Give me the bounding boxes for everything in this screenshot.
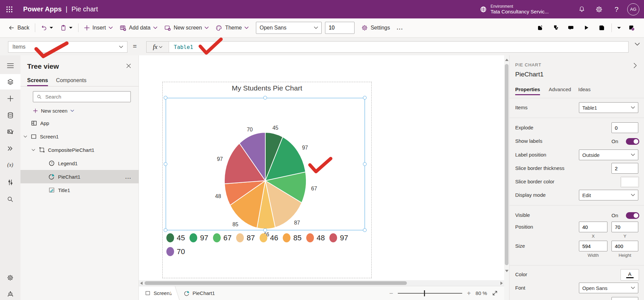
waffle-menu-icon[interactable]	[0, 0, 18, 18]
tab-advanced[interactable]: Advanced	[549, 86, 571, 92]
formula-input[interactable]	[169, 42, 628, 52]
rail-search-icon[interactable]	[0, 191, 20, 207]
rail-power-automate-icon[interactable]	[0, 141, 20, 156]
tree-item-legend1[interactable]: ? Legend1	[20, 157, 139, 170]
new-screen-menu[interactable]: New screen	[161, 21, 212, 35]
rail-settings-icon[interactable]	[0, 270, 20, 285]
undo-menu-chevron[interactable]	[49, 21, 57, 35]
zoom-slider-thumb[interactable]	[424, 290, 425, 296]
item-overflow-button[interactable]: ...	[125, 174, 131, 180]
theme-menu[interactable]: Theme	[212, 21, 252, 35]
scroll-up-arrow[interactable]	[505, 59, 508, 61]
preview-play-button[interactable]	[579, 21, 594, 35]
rail-media-icon[interactable]	[0, 124, 20, 140]
font-size-input[interactable]	[325, 22, 355, 34]
canvas-horizontal-scrollbar[interactable]	[139, 280, 504, 286]
scroll-left-arrow[interactable]	[140, 282, 143, 285]
property-selector-dropdown[interactable]: Items	[8, 41, 127, 53]
slice-border-thickness-input[interactable]	[611, 163, 638, 174]
resize-handle-bottom-left[interactable]	[164, 228, 167, 232]
zoom-in-button[interactable]: +	[467, 290, 471, 297]
label-position-dropdown[interactable]: Outside	[579, 149, 638, 160]
explode-input[interactable]	[611, 122, 638, 133]
display-mode-dropdown[interactable]: Edit	[579, 190, 638, 200]
legend-item[interactable]: 97	[329, 233, 348, 242]
font-family-dropdown[interactable]: Open Sans	[256, 22, 322, 34]
slice-border-color-swatch[interactable]	[621, 177, 639, 187]
font-dropdown[interactable]: Open Sans	[579, 283, 638, 293]
tree-item-screen1[interactable]: Screen1	[20, 130, 139, 143]
size-width-input[interactable]	[579, 241, 607, 251]
resize-handle-mid-right[interactable]	[363, 162, 367, 166]
tree-item-app[interactable]: App	[20, 116, 139, 130]
zoom-slider[interactable]	[398, 290, 462, 296]
show-labels-toggle[interactable]	[626, 138, 639, 145]
tree-item-compositepiechart1[interactable]: CompositePieChart1	[20, 143, 139, 157]
chart-title[interactable]: My Students Pie Chart	[162, 84, 372, 92]
properties-scrollbar[interactable]	[504, 55, 509, 300]
tab-screens[interactable]: Screens	[27, 77, 48, 83]
close-icon[interactable]	[126, 63, 131, 68]
insert-menu[interactable]: Insert	[80, 21, 116, 35]
scrollbar-thumb[interactable]	[145, 281, 407, 285]
status-tab-piechart1[interactable]: PieChart1	[174, 290, 220, 296]
tree-item-title1[interactable]: Title1	[20, 183, 139, 197]
legend-item[interactable]: 97	[190, 233, 208, 242]
settings-menu[interactable]: Settings	[358, 21, 393, 35]
scroll-right-arrow[interactable]	[500, 282, 503, 285]
rail-data-icon[interactable]	[0, 108, 20, 123]
chevron-down-icon[interactable]	[23, 135, 27, 138]
fx-dropdown[interactable]: fx	[147, 42, 169, 52]
legend-item[interactable]: 87	[236, 233, 255, 242]
legend-item[interactable]: 46	[260, 233, 278, 242]
search-input[interactable]	[45, 94, 130, 100]
overflow-button[interactable]: ...	[393, 21, 407, 35]
rail-variables-icon[interactable]: (x)	[0, 157, 20, 173]
help-button[interactable]: ?	[608, 0, 625, 18]
back-button[interactable]: Back	[5, 21, 33, 35]
formula-bar-expand-chevron[interactable]	[635, 43, 640, 46]
notifications-button[interactable]	[573, 0, 590, 18]
add-data-menu[interactable]: Add data	[116, 21, 161, 35]
resize-handle-bottom-right[interactable]	[363, 228, 367, 232]
size-height-input[interactable]	[611, 241, 638, 251]
font-color-swatch[interactable]: A	[621, 269, 639, 281]
rail-insert-icon[interactable]	[0, 91, 20, 106]
position-x-input[interactable]	[579, 222, 607, 232]
legend-item[interactable]: 85	[283, 233, 301, 242]
tab-ideas[interactable]: Ideas	[578, 86, 591, 92]
chevron-right-icon[interactable]	[633, 63, 637, 68]
rail-controls-icon[interactable]	[0, 175, 20, 190]
save-menu-chevron[interactable]	[614, 21, 624, 35]
resize-handle-top-right[interactable]	[363, 96, 367, 100]
position-y-input[interactable]	[611, 222, 638, 232]
paste-menu-chevron[interactable]	[68, 21, 76, 35]
scrollbar-thumb[interactable]	[505, 64, 508, 265]
resize-handle-bottom-mid[interactable]	[263, 228, 267, 232]
legend-item[interactable]: 48	[306, 233, 325, 242]
environment-picker[interactable]: Environment Tata Consultancy Servic...	[479, 4, 549, 15]
resize-handle-top-mid[interactable]	[263, 96, 267, 100]
settings-button[interactable]	[590, 0, 608, 18]
avatar[interactable]: AG	[627, 3, 639, 15]
fit-to-window-icon[interactable]	[492, 290, 498, 296]
rail-virtual-agent-icon[interactable]	[0, 286, 20, 300]
scroll-down-arrow[interactable]	[505, 270, 508, 272]
resize-handle-mid-left[interactable]	[164, 162, 167, 166]
status-tab-screen1[interactable]: Screen1	[139, 286, 174, 300]
items-dropdown[interactable]: Table1	[579, 102, 638, 113]
tree-item-piechart1[interactable]: PieChart1 ...	[20, 170, 139, 183]
hamburger-menu-icon[interactable]	[0, 58, 20, 73]
resize-handle-top-left[interactable]	[164, 96, 167, 100]
legend-item[interactable]: 45	[166, 233, 185, 242]
new-screen-button[interactable]: New screen	[33, 106, 74, 116]
tab-properties[interactable]: Properties	[515, 86, 540, 92]
save-button[interactable]	[594, 21, 609, 35]
rail-tree-view-icon[interactable]	[0, 74, 20, 89]
font-size-input-clipped[interactable]	[611, 297, 638, 300]
tab-components[interactable]: Components	[56, 77, 87, 83]
brand-name[interactable]: Power Apps	[23, 5, 62, 13]
comments-button[interactable]	[563, 21, 579, 35]
undo-button[interactable]	[37, 21, 49, 35]
legend-item[interactable]: 67	[213, 233, 231, 242]
